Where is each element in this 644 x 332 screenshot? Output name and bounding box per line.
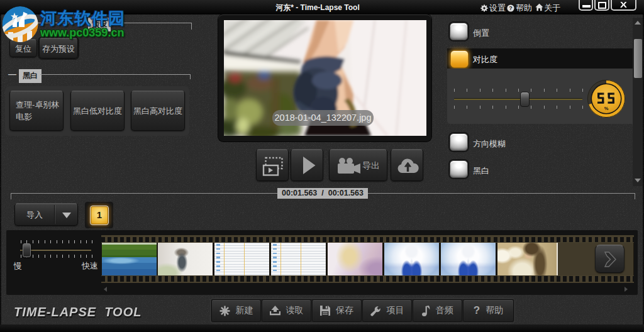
svg-text:?: ? xyxy=(509,5,512,11)
svg-text:%: % xyxy=(604,106,609,111)
